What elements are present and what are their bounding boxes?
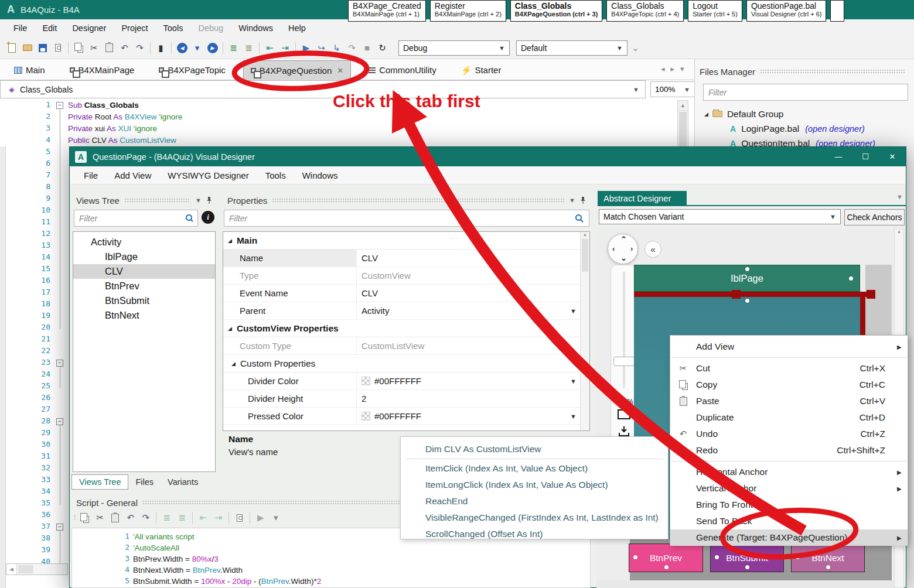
property-row[interactable]: ParentActivity▼ bbox=[223, 302, 589, 320]
uncomment-icon[interactable]: ⇥ bbox=[278, 40, 292, 56]
selection-handle[interactable] bbox=[867, 290, 875, 299]
property-row[interactable]: NameCLV bbox=[223, 249, 589, 267]
tree-item-btnprev[interactable]: BtnPrev bbox=[73, 279, 215, 293]
context-menu-vertical-anchor[interactable]: Vertical Anchor▶ bbox=[670, 480, 908, 497]
tree-item-btnnext[interactable]: BtnNext bbox=[73, 308, 215, 323]
designer-titlebar[interactable]: A QuestionPage - (B4AQuiz) Visual Design… bbox=[70, 147, 906, 166]
designer-menu-windows[interactable]: Windows bbox=[294, 170, 346, 180]
left-tab-files[interactable]: Files bbox=[128, 475, 161, 489]
files-filter-input[interactable] bbox=[708, 88, 903, 97]
scroll-up-icon[interactable]: ▲ bbox=[678, 101, 688, 111]
context-menu-horizontal-anchor[interactable]: Horizontal Anchor▶ bbox=[670, 464, 908, 480]
nav-forward-icon[interactable] bbox=[205, 40, 220, 56]
new-file-icon[interactable] bbox=[5, 40, 19, 56]
redo-icon[interactable]: ↷ bbox=[138, 510, 153, 525]
minimize-button[interactable]: — bbox=[825, 152, 852, 161]
left-tab-views-tree[interactable]: Views Tree bbox=[71, 474, 128, 490]
property-row[interactable]: Divider Color#00FFFFFF▼ bbox=[223, 372, 589, 390]
step-into-icon[interactable]: ↳ bbox=[329, 40, 344, 56]
close-icon[interactable]: ✕ bbox=[337, 66, 343, 75]
context-menu-bring-to-front[interactable]: Bring To Front bbox=[670, 497, 908, 513]
quick-tab[interactable]: LogoutStarter (ctrl + 5) bbox=[688, 0, 742, 22]
run-icon[interactable]: ▶ bbox=[253, 510, 268, 525]
copy-icon[interactable] bbox=[77, 510, 92, 525]
indent-icon[interactable]: ≣ bbox=[159, 510, 174, 525]
resume-icon[interactable]: ↪ bbox=[314, 40, 329, 56]
doc-tab-starter[interactable]: ⚡Starter bbox=[454, 61, 509, 79]
doc-tab-main[interactable]: Main bbox=[7, 61, 52, 79]
file-row[interactable]: ALoginPage.bal(open designer) bbox=[730, 121, 914, 136]
open-file-icon[interactable] bbox=[20, 40, 35, 56]
save-icon[interactable] bbox=[35, 40, 50, 56]
chevron-down-icon[interactable]: ▼ bbox=[195, 197, 202, 204]
property-row[interactable]: Pressed Color#00FFFFFF▼ bbox=[223, 408, 589, 425]
paste-icon[interactable] bbox=[108, 510, 122, 525]
pan-wheel[interactable]: ⌃ ⌄ ‹ › bbox=[608, 234, 638, 264]
close-button[interactable]: ✕ bbox=[879, 152, 906, 161]
clv-member-item[interactable]: ReachEnd bbox=[401, 493, 668, 510]
scrollbar-thumb[interactable] bbox=[679, 112, 687, 149]
outdent-icon[interactable]: ≣ bbox=[175, 510, 189, 525]
property-row[interactable]: TypeCustomView bbox=[223, 267, 589, 285]
fold-toggle[interactable]: − bbox=[56, 360, 63, 367]
cut-icon[interactable]: ✂ bbox=[93, 510, 107, 525]
views-tree-filter-input[interactable] bbox=[79, 214, 185, 223]
tree-item-btnsubmit[interactable]: BtnSubmit bbox=[73, 293, 215, 308]
clv-member-item[interactable]: ItemClick (Index As Int, Value As Object… bbox=[401, 460, 668, 477]
import-layout-icon[interactable] bbox=[618, 426, 630, 437]
tab-scroll-left-icon[interactable]: ◂ bbox=[661, 64, 665, 73]
pin-icon[interactable] bbox=[580, 196, 586, 204]
shift-right-icon[interactable]: ⇥ bbox=[211, 510, 226, 525]
context-menu-add-view[interactable]: Add View▶ bbox=[670, 339, 908, 355]
designer-menu-file[interactable]: File bbox=[76, 170, 106, 180]
quick-tab[interactable]: RegisterB4XMainPage (ctrl + 2) bbox=[430, 0, 506, 22]
clv-member-item[interactable]: ItemLongClick (Index As Int, Value As Ob… bbox=[401, 477, 668, 493]
shift-left-icon[interactable]: ⇤ bbox=[196, 510, 210, 525]
toolbar-overflow-icon[interactable]: ⌄ bbox=[628, 40, 643, 56]
context-menu-copy[interactable]: CopyCtrl+C bbox=[670, 377, 908, 393]
scroll-left-icon[interactable]: ◀ bbox=[6, 564, 17, 575]
menu-tools[interactable]: Tools bbox=[156, 23, 191, 33]
tree-item-clv[interactable]: CLV bbox=[73, 264, 215, 279]
files-group-row[interactable]: ◢ Default Group bbox=[704, 107, 914, 121]
editor-zoom-dropdown[interactable]: 100% ▼ bbox=[650, 81, 695, 97]
designer-menu-wysiwyg-designer[interactable]: WYSIWYG Designer bbox=[159, 170, 257, 180]
clv-member-item[interactable]: ScrollChanged (Offset As Int) bbox=[401, 526, 668, 542]
quick-tab[interactable]: Class_GlobalsB4XPageQuestion (ctrl + 3) bbox=[510, 0, 603, 22]
collapse-left-button[interactable]: « bbox=[644, 241, 661, 258]
designer-menu-tools[interactable]: Tools bbox=[257, 170, 294, 180]
menu-file[interactable]: File bbox=[6, 23, 35, 33]
doc-tab-b4xmainpage[interactable]: B4XMainPage bbox=[63, 61, 142, 79]
quick-tab[interactable]: QuestionPage.balVisual Designer (ctrl + … bbox=[746, 0, 827, 22]
menu-help[interactable]: Help bbox=[281, 23, 313, 33]
views-tree-filter[interactable] bbox=[74, 210, 198, 227]
run-icon[interactable]: ▶ bbox=[299, 40, 313, 56]
restart-icon[interactable]: ↻ bbox=[375, 40, 390, 56]
more-dropdown-icon[interactable]: ▾ bbox=[268, 510, 283, 525]
undo-icon[interactable]: ↶ bbox=[123, 510, 138, 525]
redo-icon[interactable]: ↷ bbox=[132, 40, 147, 56]
properties-filter-input[interactable] bbox=[229, 214, 575, 223]
fold-toggle[interactable]: − bbox=[56, 418, 63, 425]
property-section[interactable]: ◢Main bbox=[223, 232, 589, 249]
doc-tab-b4xpagequestion[interactable]: B4XPageQuestion✕ bbox=[243, 60, 351, 80]
zoom-slider-track[interactable] bbox=[623, 271, 625, 388]
clv-member-item[interactable]: VisibleRangeChanged (FirstIndex As Int, … bbox=[401, 510, 668, 526]
abstract-designer-tab[interactable]: Abstract Designer bbox=[598, 191, 687, 206]
comment-icon[interactable]: ⇤ bbox=[262, 40, 277, 56]
build-config-dropdown[interactable]: Debug▼ bbox=[398, 40, 510, 56]
expander-icon[interactable]: ◢ bbox=[704, 111, 708, 117]
pin-icon[interactable] bbox=[206, 196, 212, 204]
selection-handle[interactable] bbox=[732, 290, 741, 299]
quick-tab[interactable]: Class_GlobalsB4XPageTopic (ctrl + 4) bbox=[606, 0, 684, 22]
paste-icon[interactable] bbox=[102, 40, 117, 56]
context-menu-cut[interactable]: ✂CutCtrl+X bbox=[670, 360, 908, 377]
search-icon[interactable] bbox=[232, 510, 247, 525]
fold-toggle[interactable]: − bbox=[56, 524, 63, 531]
tab-list-dropdown-icon[interactable]: ▾ bbox=[680, 64, 684, 73]
tree-item-iblpage[interactable]: IblPage bbox=[73, 249, 215, 264]
check-anchors-button[interactable]: Check Anchors bbox=[844, 209, 905, 225]
property-row[interactable]: Divider Height2 bbox=[223, 390, 589, 408]
tree-item-activity[interactable]: Activity bbox=[73, 235, 215, 249]
step-over-icon[interactable]: ↷ bbox=[345, 40, 359, 56]
